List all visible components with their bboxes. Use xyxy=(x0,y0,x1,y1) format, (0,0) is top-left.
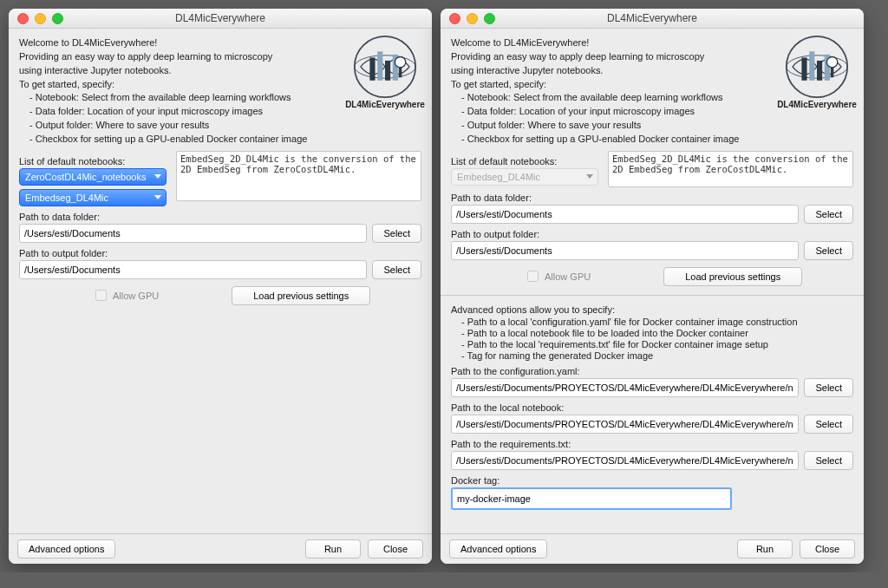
adv-bullet: - Path to a local 'configuration.yaml' f… xyxy=(461,317,853,327)
list-label: List of default notebooks: xyxy=(451,156,603,167)
select-config-button[interactable]: Select xyxy=(804,378,853,397)
logo-label: DL4MicEverywhere xyxy=(345,100,425,109)
minimize-icon[interactable] xyxy=(35,13,46,24)
window-title: DL4MicEverywhere xyxy=(9,12,432,24)
advanced-options-button[interactable]: Advanced options xyxy=(449,539,547,559)
path-notebook-label: Path to the local notebook: xyxy=(451,402,853,413)
notebook-description: EmbedSeg_2D_DL4Mic is the conversion of … xyxy=(608,151,853,187)
close-icon[interactable] xyxy=(449,13,460,24)
intro-bullet: - Checkbox for setting up a GPU-enabled … xyxy=(29,133,421,146)
allow-gpu-checkbox[interactable]: Allow GPU xyxy=(524,268,591,284)
titlebar: DL4MicEverywhere xyxy=(9,9,432,29)
footer-bar: Advanced options Run Close xyxy=(441,533,864,564)
data-folder-input[interactable] xyxy=(451,205,799,224)
adv-bullet: - Path to the local 'requirements.txt' f… xyxy=(461,339,853,350)
load-previous-button[interactable]: Load previous settings xyxy=(232,286,370,305)
app-logo: DL4MicEverywhere xyxy=(345,35,425,111)
docker-tag-input[interactable] xyxy=(451,487,732,510)
svg-rect-3 xyxy=(377,51,382,80)
svg-point-6 xyxy=(395,57,405,68)
intro-bullet: - Checkbox for setting up a GPU-enabled … xyxy=(461,133,853,146)
svg-rect-15 xyxy=(831,67,834,77)
svg-rect-12 xyxy=(817,61,822,81)
close-button[interactable]: Close xyxy=(368,539,423,559)
config-path-input[interactable] xyxy=(451,378,799,397)
svg-point-14 xyxy=(826,57,837,68)
intro-block: Welcome to DL4MicEverywhere! Providing a… xyxy=(451,36,853,146)
notebook-row: List of default notebooks: Embedseg_DL4M… xyxy=(451,151,853,187)
footer-bar: Advanced options Run Close xyxy=(9,533,432,564)
svg-rect-10 xyxy=(801,57,806,80)
path-output-label: Path to output folder: xyxy=(19,248,421,258)
logo-label: DL4MicEverywhere xyxy=(777,100,857,109)
close-icon[interactable] xyxy=(17,13,29,24)
notebook-category-select[interactable]: ZeroCostDL4Mic_notebooks xyxy=(19,168,166,186)
minimize-icon[interactable] xyxy=(467,13,478,24)
separator xyxy=(441,295,864,296)
adv-bullet: - Tag for naming the generated Docker im… xyxy=(461,350,853,361)
run-button[interactable]: Run xyxy=(737,539,793,559)
intro-bullet: - Output folder: Where to save your resu… xyxy=(29,119,421,132)
allow-gpu-label: Allow GPU xyxy=(113,291,159,301)
window-title: DL4MicEverywhere xyxy=(441,12,864,24)
app-logo: DL4MicEverywhere xyxy=(777,35,857,111)
path-data-label: Path to data folder: xyxy=(19,212,421,222)
titlebar: DL4MicEverywhere xyxy=(441,9,864,29)
allow-gpu-checkbox[interactable]: Allow GPU xyxy=(92,287,159,304)
select-output-button[interactable]: Select xyxy=(804,241,853,260)
notebook-select[interactable]: Embedseg_DL4Mic xyxy=(19,189,166,206)
output-folder-input[interactable] xyxy=(19,260,367,279)
run-button[interactable]: Run xyxy=(305,539,361,559)
zoom-icon[interactable] xyxy=(52,13,63,24)
allow-gpu-label: Allow GPU xyxy=(545,271,591,282)
notebook-row: List of default notebooks: ZeroCostDL4Mi… xyxy=(19,151,421,206)
load-previous-button[interactable]: Load previous settings xyxy=(663,267,802,286)
window-basic: DL4MicEverywhere Welcome to DL4MicEveryw… xyxy=(9,9,432,564)
select-data-button[interactable]: Select xyxy=(804,205,853,224)
select-output-button[interactable]: Select xyxy=(372,260,421,279)
path-req-label: Path to the requirements.txt: xyxy=(451,439,853,449)
content-area: Welcome to DL4MicEverywhere! Providing a… xyxy=(9,29,432,533)
close-button[interactable]: Close xyxy=(800,539,855,559)
svg-rect-7 xyxy=(399,67,402,77)
select-req-button[interactable]: Select xyxy=(804,451,853,470)
list-label: List of default notebooks: xyxy=(19,156,171,167)
traffic-lights xyxy=(9,13,63,24)
data-folder-input[interactable] xyxy=(19,224,367,243)
notebook-description: EmbedSeg_2D_DL4Mic is the conversion of … xyxy=(176,151,421,201)
docker-tag-label: Docker tag: xyxy=(451,475,853,486)
path-config-label: Path to the configuration.yaml: xyxy=(451,366,853,376)
window-advanced: DL4MicEverywhere Welcome to DL4MicEveryw… xyxy=(441,9,864,564)
adv-bullet: - Path to a local notebook file to be lo… xyxy=(461,328,853,338)
content-area: Welcome to DL4MicEverywhere! Providing a… xyxy=(441,29,864,533)
output-folder-input[interactable] xyxy=(451,241,799,260)
path-data-label: Path to data folder: xyxy=(451,193,853,203)
notebook-select-disabled: Embedseg_DL4Mic xyxy=(451,168,598,186)
advanced-intro: Advanced options allow you to specify: xyxy=(451,304,853,315)
svg-rect-11 xyxy=(809,51,814,80)
path-output-label: Path to output folder: xyxy=(451,229,853,239)
intro-block: Welcome to DL4MicEverywhere! Providing a… xyxy=(19,36,421,146)
zoom-icon[interactable] xyxy=(484,13,495,24)
svg-rect-4 xyxy=(385,61,390,81)
requirements-path-input[interactable] xyxy=(451,451,799,470)
advanced-options-button[interactable]: Advanced options xyxy=(17,539,115,559)
svg-rect-2 xyxy=(369,57,375,80)
intro-bullet: - Output folder: Where to save your resu… xyxy=(461,119,853,132)
select-notebook-button[interactable]: Select xyxy=(804,415,853,434)
select-data-button[interactable]: Select xyxy=(372,224,421,243)
traffic-lights xyxy=(441,13,495,24)
notebook-path-input[interactable] xyxy=(451,415,799,434)
